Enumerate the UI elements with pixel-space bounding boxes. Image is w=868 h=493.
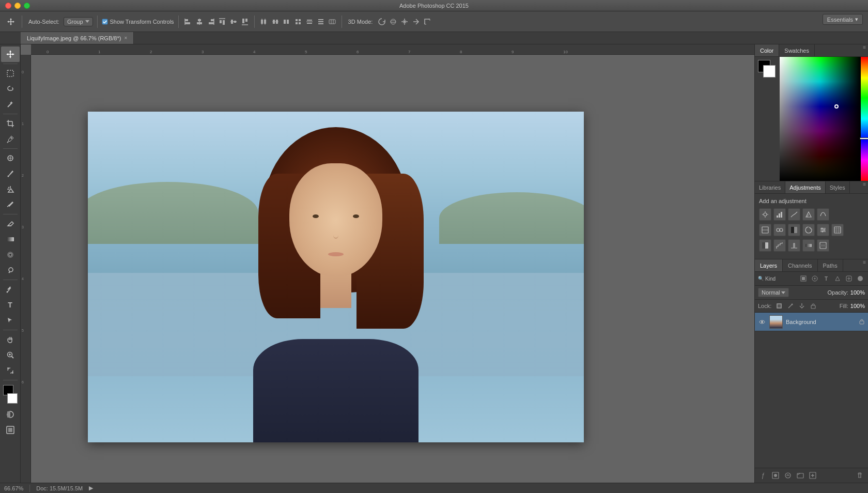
document-tab[interactable]: LiquifyImage.jpeg @ 66.7% (RGB/8*) × [21,32,134,44]
new-group-button[interactable] [795,470,805,481]
hand-tool[interactable] [1,332,20,347]
colorbalance-adj-button[interactable] [773,224,786,236]
magic-wand-tool[interactable] [1,97,20,112]
fill-control[interactable]: Fill: 100% [840,303,865,309]
color-panel-menu[interactable]: ≡ [861,44,868,56]
close-button[interactable] [5,3,11,9]
delete-layer-button[interactable] [855,470,865,481]
hue-slider[interactable] [860,137,868,140]
layers-panel-menu[interactable]: ≡ [861,259,868,271]
blur-tool[interactable] [1,247,20,263]
auto-select-dropdown[interactable]: Group [64,17,93,26]
selectivecolor-adj-button[interactable] [817,239,829,252]
move-tool[interactable] [1,47,20,62]
libraries-tab[interactable]: Libraries [755,181,785,193]
filter-vector-button[interactable] [833,274,842,283]
3d-orbit-button[interactable] [388,17,398,27]
new-adj-layer-button[interactable] [783,470,793,481]
clone-stamp-tool[interactable] [1,181,20,197]
add-mask-button[interactable] [770,470,781,481]
quick-mask-button[interactable] [1,407,20,422]
filter-smart-button[interactable] [844,274,854,283]
align-left-button[interactable] [183,17,193,27]
distribute-bottom-button[interactable] [316,17,326,27]
lock-paint-button[interactable] [786,301,795,311]
history-brush-tool[interactable] [1,197,20,212]
opacity-value[interactable]: 100% [850,289,865,296]
screen-mode-button[interactable] [1,422,20,438]
marquee-tool[interactable] [1,66,20,81]
align-right-button[interactable] [206,17,216,27]
filter-type-button[interactable]: T [822,274,831,283]
align-center-h-button[interactable] [194,17,205,27]
posterize-adj-button[interactable] [773,239,786,252]
show-transform-controls-checkbox[interactable]: Show Transform Controls [102,19,174,25]
color-spectrum[interactable] [780,57,861,181]
layers-tab[interactable]: Layers [755,259,783,271]
gradient-tool[interactable] [1,232,20,247]
bw-adj-button[interactable] [788,224,800,236]
lock-pixels-button[interactable] [774,301,784,311]
foreground-background-colors[interactable] [1,385,20,404]
align-bottom-button[interactable] [240,17,250,27]
dodge-tool[interactable] [1,263,20,278]
hue-bar[interactable] [861,57,868,181]
pen-tool[interactable] [1,282,20,297]
colorlookup-adj-button[interactable] [831,224,844,236]
eyedropper-tool[interactable] [1,131,20,147]
distribute-top-button[interactable] [293,17,303,27]
vibrance-adj-button[interactable] [817,208,829,221]
invert-adj-button[interactable] [759,239,771,252]
healing-brush-tool[interactable] [1,150,20,166]
brush-tool[interactable] [1,166,20,181]
distribute-center-h-button[interactable] [270,17,281,27]
tab-close-button[interactable]: × [124,35,127,41]
3d-slide-button[interactable] [411,17,421,27]
status-arrow[interactable]: ▶ [89,485,93,491]
align-top-button[interactable] [217,17,227,27]
window-controls[interactable] [5,3,30,9]
filter-pixel-button[interactable] [799,274,808,283]
table-row[interactable]: Background [755,313,868,331]
background-color[interactable] [7,393,18,404]
3d-pan-button[interactable] [399,17,410,27]
lock-position-button[interactable] [797,301,807,311]
adj-panel-menu[interactable]: ≡ [861,181,868,193]
3d-scale-button[interactable] [422,17,432,27]
zoom-tool[interactable] [1,347,20,363]
spacing-button[interactable] [327,17,337,27]
lock-all-button[interactable] [809,301,818,311]
path-select-tool[interactable] [1,313,20,328]
swatches-tab[interactable]: Swatches [779,44,815,56]
distribute-right-button[interactable] [282,17,292,27]
eraser-tool[interactable] [1,216,20,232]
levels-adj-button[interactable] [773,208,786,221]
maximize-button[interactable] [24,3,30,9]
curves-adj-button[interactable] [788,208,800,221]
essentials-dropdown[interactable]: Essentials ▾ [823,14,863,25]
exposure-adj-button[interactable] [802,208,815,221]
minimize-button[interactable] [14,3,21,9]
photofilter-adj-button[interactable] [802,224,815,236]
paths-tab[interactable]: Paths [818,259,843,271]
type-tool[interactable]: T [1,297,20,313]
3d-rotate-button[interactable] [377,17,387,27]
threshold-adj-button[interactable] [788,239,800,252]
new-layer-button[interactable] [808,470,818,481]
channelmixer-adj-button[interactable] [817,224,829,236]
gradientmap-adj-button[interactable] [802,239,815,252]
opacity-control[interactable]: Opacity: 100% [828,289,865,296]
channels-tab[interactable]: Channels [783,259,817,271]
layer-visibility-toggle[interactable] [758,318,766,326]
brightness-adj-button[interactable] [759,208,771,221]
distribute-vert-button[interactable] [304,17,315,27]
styles-tab[interactable]: Styles [826,181,850,193]
add-layer-style-button[interactable]: ƒ [758,470,768,481]
filter-adj-button[interactable] [810,274,819,283]
rotate-view-tool[interactable] [1,363,20,378]
lasso-tool[interactable] [1,81,20,97]
crop-tool[interactable] [1,116,20,131]
background-swatch[interactable] [763,65,776,78]
distribute-left-button[interactable] [259,17,269,27]
align-middle-v-button[interactable] [228,17,239,27]
